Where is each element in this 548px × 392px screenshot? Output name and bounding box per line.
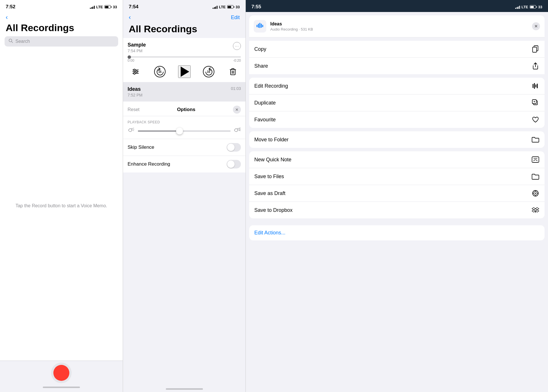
edit-recording-item[interactable]: Edit Recording: [249, 78, 545, 95]
save-to-dropbox-item[interactable]: Save to Dropbox: [249, 202, 545, 218]
save-to-dropbox-label: Save to Dropbox: [254, 207, 293, 213]
screen2-bottom: [123, 172, 245, 392]
signal-bar-3-2: [517, 7, 517, 9]
favourite-label: Favourite: [254, 117, 276, 123]
network-label-2: LTE: [219, 5, 226, 9]
svg-line-15: [237, 128, 238, 129]
share-item[interactable]: Share: [249, 58, 545, 74]
move-to-folder-item[interactable]: Move to Folder: [249, 131, 545, 148]
battery-2: [227, 5, 234, 9]
signal-bar-2-4: [217, 6, 217, 9]
battery-fill-2: [228, 6, 231, 8]
favourite-item[interactable]: Favourite: [249, 111, 545, 128]
sample-more-button[interactable]: ···: [233, 42, 241, 50]
signal-bar-3: [92, 7, 93, 9]
new-quick-note-item[interactable]: New Quick Note: [249, 151, 545, 168]
sample-playback-controls: 15 15: [128, 65, 241, 78]
skip-silence-knob: [227, 144, 235, 151]
signal-bars-2: [213, 5, 217, 9]
svg-point-7: [134, 73, 135, 74]
edit-button[interactable]: Edit: [231, 15, 240, 21]
share-group-1: Copy Share: [249, 41, 545, 74]
battery-3: [530, 5, 537, 9]
save-as-draft-item[interactable]: Save as Draft: [249, 185, 545, 202]
skip-silence-label: Skip Silence: [128, 144, 154, 150]
back-button-1[interactable]: ‹: [6, 14, 8, 21]
options-title: Options: [177, 107, 195, 112]
sample-rec-header: Sample 7:54 PM ···: [128, 42, 241, 53]
save-to-files-label: Save to Files: [254, 174, 284, 180]
options-reset-button[interactable]: Reset: [128, 107, 140, 112]
sample-progress-track[interactable]: [128, 57, 241, 57]
signal-bar-3-4: [519, 6, 520, 9]
battery-pct-3: 33: [538, 5, 542, 9]
enhance-recording-row: Enhance Recording: [123, 156, 245, 172]
svg-rect-24: [534, 83, 535, 89]
ideas-recording-row[interactable]: Ideas 7:52 PM 01:03: [123, 82, 245, 101]
status-time-2: 7:54: [129, 4, 138, 10]
options-button[interactable]: [129, 65, 142, 78]
share-icon: [531, 62, 539, 70]
svg-rect-17: [258, 24, 259, 28]
record-button[interactable]: [51, 363, 72, 383]
enhance-recording-toggle[interactable]: [227, 160, 241, 168]
playback-speed-label: PLAYBACK SPEED: [128, 120, 241, 124]
search-placeholder: Search: [15, 39, 30, 44]
ideas-rec-info: Ideas 7:52 PM: [128, 86, 142, 97]
battery-tip-2: [234, 6, 234, 8]
close-share-button[interactable]: ✕: [532, 22, 540, 30]
enhance-recording-label: Enhance Recording: [128, 161, 170, 167]
copy-item[interactable]: Copy: [249, 41, 545, 58]
divider-3: [246, 148, 548, 151]
screen1-content: Tap the Record button to start a Voice M…: [0, 51, 123, 361]
battery-tip-1: [111, 6, 112, 8]
ideas-rec-time: 7:52 PM: [128, 93, 142, 97]
screen-1: 7:52 LTE 33 ‹ All Recordings: [0, 0, 123, 392]
delete-button[interactable]: [227, 65, 239, 78]
audio-file-icon: [256, 22, 264, 31]
battery-body-3: [530, 5, 536, 9]
battery-pct-1: 33: [113, 5, 117, 9]
save-to-dropbox-icon: [531, 206, 539, 214]
move-to-folder-label: Move to Folder: [254, 137, 289, 143]
home-indicator-1: [43, 387, 80, 390]
file-icon-box: [254, 20, 266, 33]
speed-slider-row: [128, 127, 241, 135]
forward-circle: 15: [203, 66, 214, 77]
sample-recording-card: Sample 7:54 PM ··· 0:00 -0:20: [123, 38, 245, 82]
signal-bar-2: [91, 7, 92, 9]
signal-bars-3: [515, 5, 520, 9]
skip-silence-toggle[interactable]: [227, 143, 241, 152]
save-as-draft-label: Save as Draft: [254, 190, 285, 196]
svg-rect-19: [261, 24, 262, 28]
battery-fill-1: [105, 6, 108, 8]
svg-point-36: [535, 193, 536, 194]
options-close-button[interactable]: ✕: [233, 106, 241, 114]
signal-bars-1: [90, 5, 95, 9]
svg-rect-26: [537, 84, 538, 88]
svg-point-5: [136, 71, 138, 73]
search-bar[interactable]: Search: [5, 36, 118, 47]
signal-bar-1: [90, 8, 91, 9]
sample-rec-info: Sample 7:54 PM: [128, 42, 146, 53]
save-as-draft-icon: [531, 189, 539, 197]
rewind-button[interactable]: 15: [154, 65, 166, 78]
duplicate-item[interactable]: Duplicate: [249, 95, 545, 111]
save-to-files-item[interactable]: Save to Files: [249, 168, 545, 185]
screen1-title: All Recordings: [0, 21, 123, 36]
status-time-1: 7:52: [6, 4, 15, 10]
speed-track[interactable]: [138, 130, 231, 132]
edit-actions-link[interactable]: Edit Actions...: [249, 225, 545, 240]
svg-line-1: [12, 42, 13, 43]
divider-4: [246, 218, 548, 222]
screen2-title: All Recordings: [123, 22, 245, 38]
play-button[interactable]: [178, 65, 191, 78]
divider-1: [246, 74, 548, 78]
battery-tip-3: [536, 6, 537, 8]
forward-button[interactable]: 15: [202, 65, 215, 78]
enhance-recording-knob: [227, 160, 235, 168]
back-button-2[interactable]: ‹: [129, 14, 131, 21]
battery-pct-2: 33: [236, 5, 240, 9]
speed-fill: [138, 130, 180, 132]
status-icons-1: LTE 33: [90, 5, 117, 9]
